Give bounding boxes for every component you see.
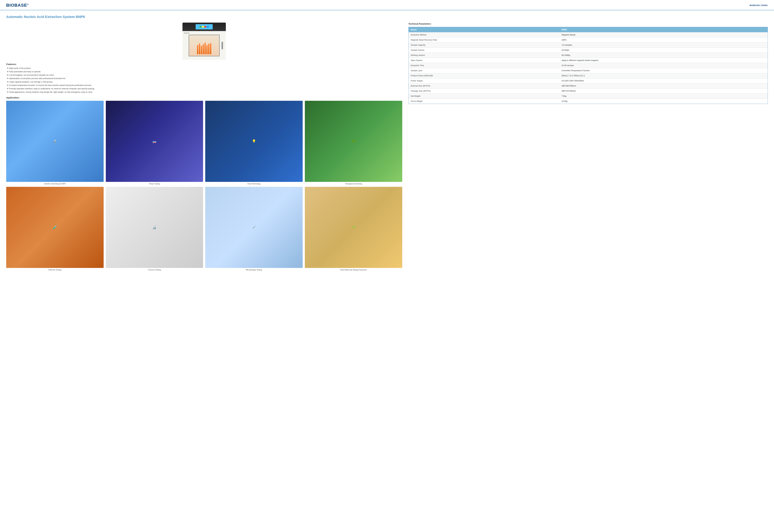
right-column: Technical Parameters: ModelBNP8Extractio… (409, 23, 768, 271)
param-name: Extraction Method (409, 32, 559, 37)
app-item-forensic: 🔬 Forensic Testing (106, 187, 203, 271)
screen-dot-3 (204, 26, 206, 28)
table-row: Sample Volume20-500μl (409, 48, 768, 53)
app-label-genetic: Genetic Screening (E.SNP) (44, 183, 66, 185)
left-column: BIOBASE (6, 23, 402, 271)
table-row: Extraction MethodMagnetic Beads (409, 32, 768, 37)
param-name: Open System (409, 58, 559, 63)
table-row: Sample Capacity1-8 samples (409, 43, 768, 48)
screen-dot-4 (207, 26, 209, 28)
app-image-microbiology: 💉 (205, 187, 303, 268)
app-image-transgene: 🌿 (305, 101, 402, 182)
machine-tubes (197, 43, 211, 54)
table-row: Working Volume60-1000μl (409, 53, 768, 58)
features-list: High purity of the product. Fully automa… (6, 67, 402, 93)
features-section: Features: High purity of the product. Fu… (6, 63, 402, 93)
logo-text: BIOBASE® (6, 3, 29, 8)
param-value: Controlled Temperature Function (559, 68, 768, 73)
param-name: Working Volume (409, 53, 559, 58)
tube-8 (210, 43, 211, 54)
application-section: Application: 🔬 Genetic Screening (E.SNP)… (6, 96, 402, 271)
tube-3 (201, 46, 202, 54)
table-row: ModelBNP8 (409, 27, 768, 32)
paternity-icon: 🧪 (6, 187, 104, 268)
param-name: Sample Capacity (409, 43, 559, 48)
tube-4 (203, 44, 204, 54)
param-name: Magnetic Bead Recovery Rate (409, 37, 559, 43)
param-name: Package Size (W*D*H) (409, 89, 559, 94)
table-row: Sample LysisControlled Temperature Funct… (409, 68, 768, 73)
app-item-microbiology: 💉 Microbiology Testing (205, 187, 303, 271)
genetic-icon: 🔬 (6, 101, 104, 182)
table-row: Product Purity A260/A280DNA≥1.7-2.0; RNA… (409, 73, 768, 78)
param-value: DNA≥1.7-2.0; RNA≥1.8-2.1 (559, 73, 768, 78)
list-item: Low throughput, can processing 8 samples… (6, 74, 402, 76)
two-column-layout: BIOBASE (6, 23, 768, 271)
product-image-container: BIOBASE (6, 23, 402, 60)
param-name: Sample Lysis (409, 68, 559, 73)
tech-params-title: Technical Parameters: (409, 23, 768, 25)
list-item: Friendly operation interface; easy to un… (6, 87, 402, 90)
app-label-transgene: Transgene Screening (345, 183, 362, 185)
app-image-chip: 💡 (205, 101, 303, 182)
table-row: Gross Weight14.5kg (409, 99, 768, 104)
tube-2 (199, 43, 200, 54)
main-content: Automatic Nucleic Acid Extraction System… (0, 10, 774, 275)
table-row: Magnetic Bead Recovery Rate≥98% (409, 37, 768, 43)
app-label-chip: Chip Technology (247, 183, 260, 185)
param-value: Apply to different magnetic beads reagen… (559, 58, 768, 63)
list-item: Large capacity program, can storage 1-10… (6, 81, 402, 83)
app-item-genetic: 🔬 Genetic Screening (E.SNP) (6, 101, 104, 185)
param-name: Sample Volume (409, 48, 559, 53)
machine-brand: BIOBASE (184, 32, 189, 34)
tube-5 (204, 43, 206, 54)
logo: BIOBASE® (6, 3, 29, 8)
param-value: 7.5kg (559, 94, 768, 99)
param-value: 385*370*395mm (559, 89, 768, 94)
param-value: AC100V-240V 50Hz/60Hz (559, 78, 768, 83)
machine-body: BIOBASE (182, 31, 226, 60)
app-item-tissue: 🧫 Tissue Typing (106, 101, 203, 185)
transgene-icon: 🌿 (305, 101, 402, 182)
param-name: Net Weight (409, 94, 559, 99)
application-grid: 🔬 Genetic Screening (E.SNP) 🧫 Tissue Typ… (6, 101, 402, 271)
tube-6 (206, 45, 207, 54)
machine-handle (221, 42, 223, 49)
screen-dot-1 (199, 26, 201, 28)
app-item-paternity: 🧪 Paternity Testing (6, 187, 104, 271)
param-value: Magnetic Beads (559, 32, 768, 37)
screen-dot-2 (202, 26, 204, 28)
app-item-chip: 💡 Chip Technology (205, 101, 303, 185)
product-image: BIOBASE (182, 23, 226, 60)
param-name: Product Purity A260/A280 (409, 73, 559, 78)
site-name: BIOBASE CHINA (750, 4, 768, 7)
param-name: Power Supply (409, 78, 559, 83)
machine-window (189, 35, 220, 56)
list-item: Optimization of extraction process with … (6, 77, 402, 80)
table-row: Power SupplyAC100V-240V 50Hz/60Hz (409, 78, 768, 83)
page-header: BIOBASE® BIOBASE CHINA (0, 0, 774, 10)
param-value: BNP8 (559, 27, 768, 32)
tube-7 (208, 44, 209, 54)
app-label-microbiology: Microbiology Testing (246, 269, 262, 271)
app-image-tissue: 🧫 (106, 101, 203, 182)
table-row: Net Weight7.5kg (409, 94, 768, 99)
param-value: ≥98% (559, 37, 768, 43)
param-value: 20-500μl (559, 48, 768, 53)
param-name: Gross Weight (409, 99, 559, 104)
table-row: Extraction Time15-40 minutes (409, 63, 768, 68)
param-value: 15-40 minutes (559, 63, 768, 68)
param-name: Extraction Time (409, 63, 559, 68)
chip-icon: 💡 (205, 101, 303, 182)
application-title: Application: (6, 96, 402, 99)
list-item: Small appearance, strong material, long … (6, 91, 402, 93)
tech-table: ModelBNP8Extraction MethodMagnetic Beads… (409, 27, 768, 104)
app-item-plant: 🌱 Plant Molecular Biology Research (305, 187, 402, 271)
app-image-genetic: 🔬 (6, 101, 104, 182)
tissue-icon: 🧫 (106, 101, 203, 182)
app-label-tissue: Tissue Typing (149, 183, 160, 185)
features-title: Features: (6, 63, 402, 65)
tube-1 (197, 45, 198, 54)
param-value: 14.5kg (559, 99, 768, 104)
param-name: External Size (W*D*H) (409, 83, 559, 89)
